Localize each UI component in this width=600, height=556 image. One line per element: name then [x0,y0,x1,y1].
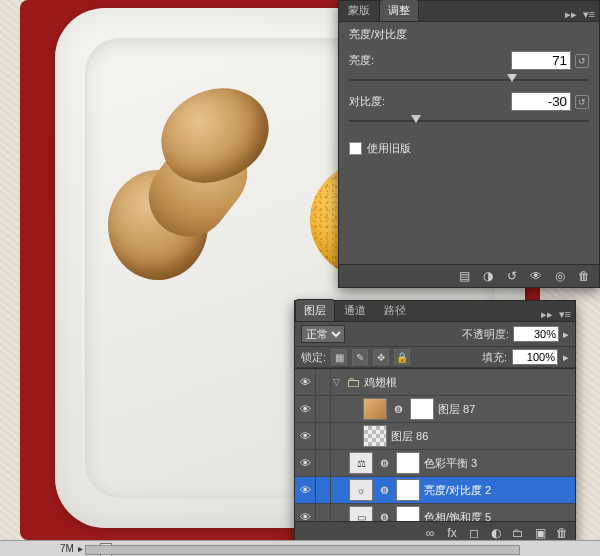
layer-fx-icon[interactable]: fx [445,526,459,540]
fill-input[interactable] [512,349,558,365]
blend-mode-select[interactable]: 正常 [301,325,345,343]
adjustment-thumb[interactable]: ☼ [349,479,373,501]
fill-caret-icon[interactable]: ▸ [563,351,569,364]
lock-move-icon[interactable]: ✥ [373,349,389,365]
tab-channels[interactable]: 通道 [335,299,375,321]
layers-list[interactable]: 👁 ▽ 🗀 鸡翅根 👁 ❽ 图层 87 👁 图层 86 [295,368,575,522]
mask-link-icon[interactable]: ❽ [377,458,392,469]
contrast-label: 对比度: [349,94,385,109]
status-scrubber[interactable] [100,543,112,556]
layers-collapse-icon[interactable]: ▸▸ [541,308,553,321]
brightness-input[interactable] [511,51,571,70]
add-adjustment-icon[interactable]: ◐ [489,526,503,540]
group-disclosure-icon[interactable]: ▽ [331,377,342,387]
lock-paint-icon[interactable]: ✎ [352,349,368,365]
adjustment-layer-row[interactable]: 👁 ☼ ❽ 亮度/对比度 2 [295,477,575,504]
brightness-slider[interactable] [349,73,589,87]
visibility-eye-icon[interactable]: 👁 [295,477,316,503]
tab-adjustments[interactable]: 调整 [379,0,419,21]
delete-layer-icon[interactable]: 🗑 [555,526,569,540]
document-status-bar: 7M ▸ [0,540,600,556]
mask-link-icon[interactable]: ❽ [377,485,392,496]
opacity-label: 不透明度: [462,327,509,342]
folder-icon: 🗀 [346,374,360,390]
adj-footer-layer-icon[interactable]: ▤ [457,269,471,283]
layer-group-row[interactable]: 👁 ▽ 🗀 鸡翅根 [295,369,575,396]
adj-footer-clip-icon[interactable]: ◎ [553,269,567,283]
layer-mask-thumb[interactable] [396,452,420,474]
adj-footer-trash-icon[interactable]: 🗑 [577,269,591,283]
layer-name[interactable]: 图层 87 [438,402,475,417]
tab-paths[interactable]: 路径 [375,299,415,321]
artwork-drumstick [100,90,280,280]
visibility-eye-icon[interactable]: 👁 [295,504,316,522]
fill-label: 填充: [482,350,507,365]
layer-thumb[interactable] [363,398,387,420]
layer-mask-thumb[interactable] [396,479,420,501]
adjustment-type-title: 亮度/对比度 [339,22,599,42]
layer-mask-thumb[interactable] [410,398,434,420]
use-legacy-checkbox[interactable] [349,142,362,155]
adjustments-panel-tabs: 蒙版 调整 ▸▸ ▾≡ [339,1,599,22]
use-legacy-label: 使用旧版 [367,141,411,156]
layer-name[interactable]: 色彩平衡 3 [424,456,477,471]
mask-link-icon[interactable]: ❽ [377,512,392,523]
brightness-label: 亮度: [349,53,374,68]
contrast-slider[interactable] [349,114,589,128]
layer-row[interactable]: 👁 图层 86 [295,423,575,450]
lock-label: 锁定: [301,350,326,365]
mask-link-icon[interactable]: ❽ [391,404,406,415]
visibility-eye-icon[interactable]: 👁 [295,369,316,395]
contrast-reset-icon[interactable]: ↺ [575,95,589,109]
brightness-reset-icon[interactable]: ↺ [575,54,589,68]
layer-thumb[interactable] [363,425,387,447]
status-filesize: 7M [60,543,74,554]
adjustments-panel: 蒙版 调整 ▸▸ ▾≡ 亮度/对比度 亮度: ↺ 对比度: ↺ [338,0,600,288]
link-layers-icon[interactable]: ∞ [423,526,437,540]
panel-menu-icon[interactable]: ▾≡ [583,8,595,21]
panel-collapse-icon[interactable]: ▸▸ [565,8,577,21]
adj-footer-reset-icon[interactable]: ↺ [505,269,519,283]
visibility-eye-icon[interactable]: 👁 [295,423,316,449]
layer-row[interactable]: 👁 ❽ 图层 87 [295,396,575,423]
lock-transparency-icon[interactable]: ▦ [331,349,347,365]
layer-name[interactable]: 色相/饱和度 5 [424,510,491,523]
new-layer-icon[interactable]: ▣ [533,526,547,540]
adj-footer-eye-icon[interactable]: 👁 [529,269,543,283]
tab-mask[interactable]: 蒙版 [339,0,379,21]
contrast-input[interactable] [511,92,571,111]
adjustment-layer-row[interactable]: 👁 ⚖ ❽ 色彩平衡 3 [295,450,575,477]
adjustment-thumb[interactable]: ▭ [349,506,373,522]
layers-menu-icon[interactable]: ▾≡ [559,308,571,321]
opacity-caret-icon[interactable]: ▸ [563,328,569,341]
tab-layers[interactable]: 图层 [295,299,335,321]
layer-name[interactable]: 鸡翅根 [364,375,397,390]
new-group-icon[interactable]: 🗀 [511,526,525,540]
layer-name[interactable]: 图层 86 [391,429,428,444]
layers-panel-tabs: 图层 通道 路径 ▸▸ ▾≡ [295,301,575,322]
adj-footer-view-icon[interactable]: ◑ [481,269,495,283]
add-mask-icon[interactable]: ◻ [467,526,481,540]
visibility-eye-icon[interactable]: 👁 [295,450,316,476]
layers-panel: 图层 通道 路径 ▸▸ ▾≡ 正常 不透明度: ▸ 锁定: ▦ ✎ ✥ 🔒 填充… [294,300,576,549]
opacity-input[interactable] [513,326,559,342]
adjustment-layer-row[interactable]: 👁 ▭ ❽ 色相/饱和度 5 [295,504,575,522]
visibility-eye-icon[interactable]: 👁 [295,396,316,422]
lock-all-icon[interactable]: 🔒 [394,349,410,365]
layer-mask-thumb[interactable] [396,506,420,522]
status-caret-icon[interactable]: ▸ [78,541,83,556]
layer-name[interactable]: 亮度/对比度 2 [424,483,491,498]
adjustment-thumb[interactable]: ⚖ [349,452,373,474]
